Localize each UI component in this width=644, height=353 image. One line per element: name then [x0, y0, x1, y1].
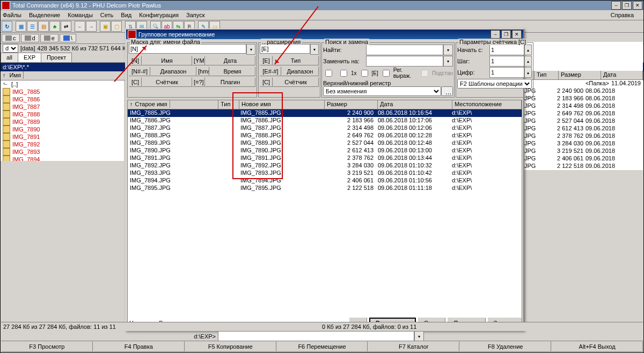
ext-mask-dropdown[interactable]: ▾ [310, 44, 319, 55]
menu-file[interactable]: Файлы [3, 12, 21, 18]
toolbar-tree-icon[interactable]: ♣ [49, 21, 60, 32]
name-mask-dropdown[interactable]: ▾ [246, 44, 255, 55]
btn-counter[interactable]: Счётчик [142, 77, 192, 87]
dialog-maximize-button[interactable]: ❐ [501, 30, 511, 39]
dialog-minimize-button[interactable]: – [491, 30, 500, 39]
preview-row[interactable]: IMG_7889.JPGIMG_7889.JPG2 527 04409.06.2… [128, 139, 522, 147]
counter-digits-spin[interactable]: ▴ [524, 67, 532, 78]
preview-row[interactable]: IMG_7894.JPGIMG_7894.JPG2 406 06109.06.2… [128, 177, 522, 185]
right-file-row[interactable]: JPG2 183 96608.06.2018 [522, 95, 643, 102]
menu-cmd[interactable]: Команды [68, 12, 93, 18]
right-file-row[interactable]: JPG2 649 76209.06.2018 [522, 110, 643, 117]
btn-erange-code[interactable]: [E#-#] [260, 67, 281, 76]
preview-row[interactable]: IMG_7886.JPGIMG_7886.JPG2 183 96608.06.2… [128, 117, 522, 124]
right-file-row[interactable]: JPG2 240 90008.06.2018 [522, 87, 643, 95]
preview-row[interactable]: IMG_7893.JPGIMG_7893.JPG3 219 52109.06.2… [128, 170, 522, 177]
tab-exp[interactable]: EXP [18, 53, 41, 62]
file-row[interactable]: IMG_7886 [1, 95, 124, 103]
file-row[interactable]: IMG_7893 [1, 148, 124, 156]
fn-f7[interactable]: F7 Каталог [368, 341, 459, 352]
menu-mark[interactable]: Выделение [29, 12, 60, 18]
btn-c[interactable]: [C] [129, 77, 142, 87]
file-row[interactable]: IMG_7891 [1, 133, 124, 141]
toolbar-fwd-icon[interactable]: → [86, 21, 97, 32]
btn-ecounter[interactable]: Счётчик [273, 77, 319, 87]
right-updir-row[interactable]: <Папка> 11.04.2019 [522, 80, 643, 87]
btn-e[interactable]: [E] [260, 56, 273, 65]
updir-row[interactable]: ⬑[..] [1, 80, 124, 88]
file-row[interactable]: IMG_7887 [1, 103, 124, 111]
btn-ymd[interactable]: [YMD] [192, 56, 205, 65]
preview-row[interactable]: IMG_7891.JPGIMG_7891.JPG2 378 76209.06.2… [128, 155, 522, 162]
btn-plugin[interactable]: Плагин [205, 77, 255, 87]
btn-name[interactable]: Имя [142, 56, 192, 65]
template-select[interactable]: F2 Шаблоны операции [457, 79, 532, 89]
right-file-row[interactable]: JPG2 612 41309.06.2018 [522, 125, 643, 133]
find-input[interactable] [366, 45, 443, 55]
right-file-row[interactable]: JPG2 527 04409.06.2018 [522, 117, 643, 125]
preview-row[interactable]: IMG_7888.JPGIMG_7888.JPG2 649 76209.06.2… [128, 132, 522, 139]
file-row[interactable]: IMG_7892 [1, 141, 124, 148]
right-file-row[interactable]: JPG2 122 51809.06.2018 [522, 163, 643, 170]
file-row[interactable]: IMG_7894 [1, 156, 124, 161]
menu-net[interactable]: Сеть [100, 12, 113, 18]
drive-e-button[interactable]: e [40, 34, 58, 42]
left-file-list[interactable]: ⬑[..] IMG_7885IMG_7886IMG_7887IMG_7888IM… [1, 80, 124, 161]
file-row[interactable]: IMG_7890 [1, 126, 124, 133]
drive-d-button[interactable]: d [21, 34, 39, 42]
chk-regex[interactable] [383, 70, 390, 77]
toolbar-back-icon[interactable]: ← [75, 21, 85, 32]
btn-erange[interactable]: Диапазон [281, 67, 319, 76]
ext-mask-input[interactable] [260, 44, 310, 54]
toolbar-thumbs-icon[interactable]: ▤ [38, 21, 49, 32]
fn-f8[interactable]: F8 Удаление [459, 341, 551, 352]
btn-plugin-code[interactable]: [=?] [192, 77, 205, 87]
right-file-row[interactable]: JPG2 314 49809.06.2018 [522, 102, 643, 110]
preview-table[interactable]: IMG_7885.JPGIMG_7885.JPG2 240 90008.06.2… [127, 109, 522, 325]
preview-row[interactable]: IMG_7892.JPGIMG_7892.JPG3 284 03009.06.2… [128, 162, 522, 170]
find-dropdown[interactable]: ▾ [443, 45, 453, 55]
fn-f3[interactable]: F3 Просмотр [1, 341, 93, 352]
dialog-titlebar[interactable]: Групповое переименование – ❐ ✕ [126, 30, 523, 39]
replace-dropdown[interactable]: ▾ [443, 56, 453, 67]
name-mask-input[interactable] [129, 44, 246, 54]
minimize-button[interactable]: – [611, 1, 621, 10]
right-file-row[interactable]: JPG3 219 52109.06.2018 [522, 148, 643, 155]
btn-range-code[interactable]: [N#-#] [129, 67, 150, 76]
drive-net-button[interactable]: \ [60, 34, 76, 42]
replace-input[interactable] [366, 56, 443, 67]
toolbar-unzip-icon[interactable]: ▢ [111, 21, 122, 32]
preview-row[interactable]: IMG_7887.JPGIMG_7887.JPG2 314 49809.06.2… [128, 124, 522, 132]
close-button[interactable]: ✕ [633, 1, 642, 10]
btn-time[interactable]: Время [209, 67, 255, 76]
right-file-row[interactable]: JPG2 378 76209.06.2018 [522, 133, 643, 140]
toolbar-zip-icon[interactable]: ▣ [100, 21, 111, 32]
preview-row[interactable]: IMG_7885.JPGIMG_7885.JPG2 240 90008.06.2… [128, 109, 522, 117]
dialog-close-button[interactable]: ✕ [512, 30, 522, 39]
tab-all[interactable]: all [1, 53, 18, 62]
fn-f5[interactable]: F5 Копирование [185, 341, 276, 352]
preview-column-header[interactable]: ↑Старое имя Тип Новое имя Размер Дата Ме… [127, 100, 522, 109]
counter-start-spin[interactable]: ▴ [524, 45, 532, 55]
counter-start-input[interactable] [489, 45, 524, 55]
btn-ext[interactable]: Тип [273, 56, 319, 65]
menu-help[interactable]: Справка [611, 12, 634, 18]
preview-row[interactable]: IMG_7895.JPGIMG_7895.JPG2 122 51809.06.2… [128, 185, 522, 192]
case-more-button[interactable]: ... [441, 86, 453, 96]
right-file-row[interactable]: JPG2 406 06109.06.2018 [522, 155, 643, 163]
right-file-row[interactable]: JPG3 284 03009.06.2018 [522, 140, 643, 148]
btn-date[interactable]: Дата [205, 56, 255, 65]
file-row[interactable]: IMG_7888 [1, 111, 124, 118]
btn-n[interactable]: [N] [129, 56, 142, 65]
cmd-dropdown[interactable]: ▾ [414, 331, 424, 342]
fn-f6[interactable]: F6 Перемещение [276, 341, 368, 352]
menu-run[interactable]: Запуск [186, 12, 204, 18]
btn-ec[interactable]: [C] [260, 77, 273, 87]
counter-step-spin[interactable]: ▴ [524, 56, 532, 67]
file-row[interactable]: IMG_7885 [1, 88, 124, 95]
menu-view[interactable]: Вид [121, 12, 131, 18]
menu-cfg[interactable]: Конфигурация [139, 12, 179, 18]
fn-f4[interactable]: F4 Правка [93, 341, 185, 352]
btn-hms[interactable]: [hms] [196, 67, 209, 76]
chk-empty[interactable] [325, 70, 332, 77]
